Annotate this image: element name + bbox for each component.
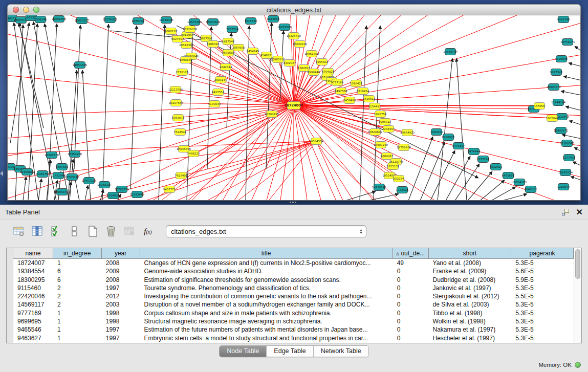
graph-node[interactable]: 8995312 <box>379 119 391 125</box>
table-cell[interactable]: 1998 <box>102 309 140 317</box>
graph-node[interactable]: 9363873 <box>172 115 185 121</box>
float-window-icon[interactable] <box>562 209 569 215</box>
table-cell[interactable]: 0 <box>393 276 429 284</box>
table-cell[interactable]: 1 <box>53 309 102 317</box>
table-cell[interactable]: 18300295 <box>13 276 53 284</box>
tab-node-table[interactable]: Node Table <box>220 346 267 357</box>
table-cell[interactable]: 2008 <box>102 259 140 267</box>
graph-node[interactable]: 16543382 <box>179 42 193 49</box>
graph-node[interactable]: 8813054 <box>267 16 280 23</box>
table-cell[interactable]: Structural magnetic resonance image aver… <box>140 317 393 325</box>
scrollbar-thumb[interactable] <box>575 249 580 279</box>
table-cell[interactable]: 0 <box>393 334 429 342</box>
table-settings-icon[interactable] <box>11 225 27 238</box>
table-row[interactable]: 969969511998Structural magnetic resonanc… <box>13 317 574 325</box>
table-cell[interactable]: 1997 <box>102 334 140 342</box>
table-cell[interactable]: 0 <box>393 292 429 300</box>
graph-node[interactable]: 20691406 <box>52 16 66 23</box>
memory-ok-indicator-icon[interactable] <box>575 362 581 368</box>
graph-node[interactable]: 2458498 <box>343 97 356 104</box>
table-cell[interactable]: 0 <box>393 325 429 334</box>
table-cell[interactable]: 6 <box>53 276 102 284</box>
graph-node[interactable]: 19756928 <box>397 144 411 151</box>
graph-node[interactable]: 7625402 <box>175 172 188 179</box>
new-column-icon[interactable] <box>85 225 100 238</box>
table-cell[interactable]: 5.3E-5 <box>511 334 574 342</box>
graph-node[interactable]: 9397588 <box>56 164 69 170</box>
function-builder-icon[interactable]: f(x) <box>140 225 156 238</box>
tab-edge-table[interactable]: Edge Table <box>267 346 313 357</box>
graph-node[interactable]: 8454749 <box>247 48 259 55</box>
graph-node[interactable]: 9660128 <box>165 28 178 35</box>
hidden-panel-arrow-icon[interactable] <box>0 171 3 176</box>
graph-node[interactable]: 9474444 <box>468 148 481 155</box>
table-cell[interactable]: 1 <box>53 325 102 334</box>
table-cell[interactable]: 14569117 <box>13 300 53 309</box>
graph-node[interactable]: 18300295 <box>265 111 279 118</box>
table-cell[interactable]: 1998 <box>102 317 140 325</box>
graph-node[interactable]: 16961758 <box>304 51 319 57</box>
graph-node[interactable]: 2718126 <box>176 69 189 76</box>
graph-node[interactable]: 2935114 <box>477 156 490 163</box>
graph-node[interactable]: 7524542 <box>174 129 187 136</box>
graph-node[interactable]: 2204407 <box>382 126 395 133</box>
table-cell[interactable]: 5.3E-5 <box>511 317 574 325</box>
graph-node[interactable]: 8466160 <box>132 18 145 25</box>
close-panel-icon[interactable]: ✕ <box>576 209 583 216</box>
graph-node[interactable]: 16782759 <box>115 186 129 193</box>
graph-node[interactable]: 16033809 <box>206 19 220 26</box>
graph-node[interactable]: 15751074 <box>560 39 575 46</box>
table-cell[interactable]: 2009 <box>102 267 140 275</box>
table-cell[interactable]: 5.3E-5 <box>511 259 574 267</box>
graph-node[interactable]: 5905155 <box>56 189 69 195</box>
graph-node[interactable]: 1010422 <box>350 80 363 87</box>
graph-node[interactable]: 9910744 <box>557 16 570 23</box>
graph-node[interactable]: 19143554 <box>558 169 573 176</box>
graph-node[interactable]: 155958 <box>534 103 545 110</box>
graph-node[interactable]: 252254 <box>394 176 404 182</box>
table-cell[interactable]: Dudbridge et al. (2008) <box>429 276 512 284</box>
table-cell[interactable]: 5.9E-5 <box>511 276 574 284</box>
graph-node[interactable]: 16958107 <box>97 182 112 188</box>
table-cell[interactable]: 6 <box>53 267 102 275</box>
graph-node[interactable]: 1605044 <box>546 115 559 122</box>
graph-node[interactable]: 1817546 <box>222 38 235 45</box>
zoom-window-icon[interactable] <box>33 7 39 13</box>
graph-node[interactable]: 19384554 <box>309 138 323 145</box>
show-columns-icon[interactable] <box>30 225 45 238</box>
graph-node[interactable]: 2803144 <box>214 77 227 83</box>
graph-node[interactable]: 10688609 <box>368 129 382 136</box>
table-row[interactable]: 1872400712008Changes of HCN gene express… <box>13 259 574 267</box>
table-cell[interactable]: 2003 <box>102 300 140 309</box>
graph-node[interactable]: 9245012 <box>525 186 537 193</box>
column-header-in_degree[interactable]: in_degree <box>53 248 102 258</box>
graph-node[interactable]: 14136141 <box>372 184 386 191</box>
minimize-window-icon[interactable] <box>23 7 29 13</box>
graph-node[interactable]: 10653257 <box>75 17 89 24</box>
table-cell[interactable]: Changes of HCN gene expression and I(f) … <box>140 259 393 267</box>
graph-node[interactable]: 1210644 <box>557 184 570 190</box>
table-row[interactable]: 946362711997Embryonic stem cells: a mode… <box>13 334 574 342</box>
table-row[interactable]: 1456911722003Disruption of a novel membe… <box>13 300 574 309</box>
table-row[interactable]: 1830029562008Estimation of significance … <box>13 276 574 284</box>
graph-node[interactable]: 19325419 <box>287 33 301 39</box>
table-cell[interactable]: Stergiakouli et al. (2012) <box>429 292 512 300</box>
graph-node[interactable]: 9827503 <box>171 36 184 42</box>
table-cell[interactable]: 1997 <box>102 325 140 334</box>
table-cell[interactable]: Yano et al. (2008) <box>429 259 512 267</box>
table-cell[interactable]: 5.3E-5 <box>511 284 574 292</box>
graph-node[interactable]: 17359928 <box>68 151 82 158</box>
graph-node[interactable]: 3216454 <box>357 88 369 95</box>
table-cell[interactable]: 5.5E-5 <box>511 292 574 300</box>
graph-node[interactable]: 9890139 <box>180 57 192 63</box>
graph-node[interactable]: 12444194 <box>551 99 565 106</box>
table-cell[interactable]: 0 <box>393 267 429 275</box>
network-window[interactable]: citations_edges.txt 24055722405572410653… <box>7 4 581 201</box>
table-cell[interactable]: Jankovic et al. (1997) <box>429 284 512 292</box>
tab-network-table[interactable]: Network Table <box>314 346 368 357</box>
graph-node[interactable]: 8186328 <box>207 41 220 48</box>
table-cell[interactable]: 0 <box>393 317 429 325</box>
select-all-icon[interactable] <box>48 225 63 238</box>
graph-node[interactable]: 6479197 <box>452 143 465 149</box>
graph-node[interactable]: 9777169 <box>331 79 344 86</box>
